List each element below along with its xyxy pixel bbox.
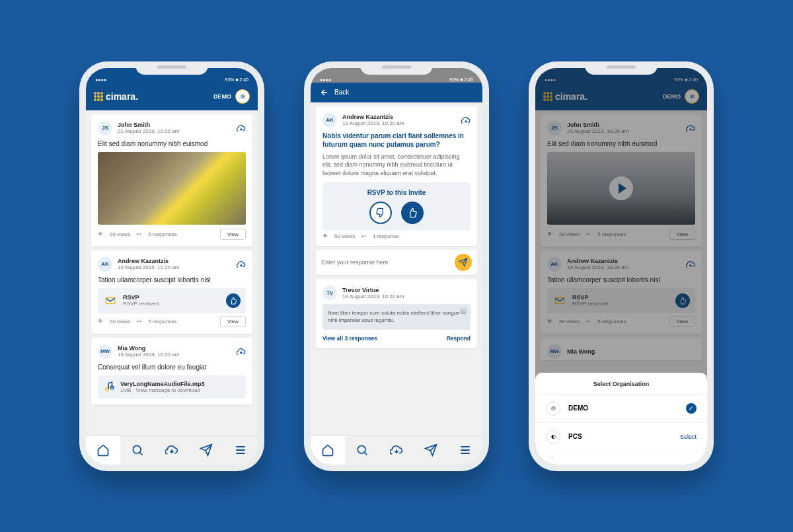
cloud-download-icon[interactable] — [237, 124, 246, 133]
file-name: VeryLongNameAudioFile.mp3 — [120, 381, 205, 387]
eye-icon: 👁 — [98, 231, 103, 237]
org-name: PCS — [568, 433, 672, 440]
bottom-nav — [311, 436, 482, 465]
file-meta: 1MB - View message to download — [120, 387, 205, 393]
org-name: DEMO — [568, 404, 678, 412]
reply-icon: ↩ — [361, 233, 366, 239]
post-card[interactable]: AK Andrew Kazantzis 19 August 2019, 10:2… — [91, 250, 252, 334]
rsvp-no-button[interactable] — [369, 202, 392, 224]
response-text: Nam liber tempor cum soluta nobis eleife… — [322, 304, 471, 329]
org-row[interactable]: ◎ DEMO ✓ — [535, 394, 707, 422]
logo-icon — [94, 92, 103, 101]
avatar-initials: AK — [98, 257, 112, 272]
phone-org-select: ●●●●93% ■ 2:40 cimara. DEMO ◎ JS John Sm… — [529, 61, 714, 471]
post-date: 21 August 2019, 10:20 am — [118, 128, 231, 134]
org-row[interactable]: ○ — [535, 451, 707, 465]
notch — [585, 61, 658, 75]
post-date: 19 August 2019, 10:20 am — [342, 120, 456, 126]
nav-send[interactable] — [414, 436, 448, 465]
avatar-initials: JS — [98, 121, 112, 135]
reply-icon: ↩ — [137, 231, 141, 237]
responses-count: 5 responses — [148, 231, 177, 237]
arrow-left-icon — [320, 88, 329, 97]
check-icon: ✓ — [686, 403, 697, 414]
nav-home[interactable] — [311, 436, 345, 465]
eye-icon: 👁 — [322, 233, 328, 239]
svg-point-4 — [358, 445, 365, 453]
notch — [360, 61, 433, 75]
cloud-download-icon[interactable] — [461, 116, 471, 125]
post-image[interactable] — [98, 152, 246, 225]
views-count: 60 views — [110, 319, 130, 324]
nav-cloud[interactable] — [379, 436, 414, 465]
app-header: cimara. DEMO ◎ — [86, 83, 258, 110]
view-button[interactable]: View — [220, 229, 246, 240]
response-card: TV Trevor Virtue 19 August 2019, 10:20 a… — [316, 279, 477, 348]
nav-menu[interactable] — [448, 436, 482, 465]
post-card[interactable]: MW Mia Wong 19 August 2019, 10:20 am Con… — [91, 338, 252, 405]
cloud-download-icon[interactable] — [237, 260, 246, 269]
select-link[interactable]: Select — [680, 434, 697, 440]
edit-icon[interactable] — [460, 308, 467, 315]
org-row[interactable]: ◐ PCS Select — [535, 422, 707, 451]
svg-point-3 — [133, 445, 141, 453]
rsvp-label: RSVP — [123, 294, 221, 301]
rsvp-status: RSVP received — [123, 301, 221, 307]
responses-count: 5 responses — [148, 319, 177, 324]
file-attachment[interactable]: VeryLongNameAudioFile.mp3 1MB - View mes… — [98, 375, 246, 399]
rsvp-panel-title: RSVP to this Invite — [329, 189, 464, 196]
view-all-link[interactable]: View all 3 responses — [322, 335, 377, 342]
respond-link[interactable]: Respond — [447, 335, 471, 342]
nav-cloud[interactable] — [155, 436, 189, 465]
notch — [135, 61, 208, 75]
thumbs-down-icon — [375, 208, 386, 218]
org-sheet: Select Organisation ◎ DEMO ✓ ◐ PCS Selec… — [535, 373, 707, 465]
author-name: Andrew Kazantzis — [342, 114, 456, 120]
nav-search[interactable] — [120, 436, 155, 465]
response-input-row — [316, 250, 477, 275]
brand-logo: cimara. — [94, 91, 138, 102]
sheet-title: Select Organisation — [535, 381, 707, 394]
author-name: Mia Wong — [118, 345, 231, 352]
reply-icon: ↩ — [137, 319, 141, 324]
rsvp-box: RSVP RSVP received — [98, 288, 246, 313]
avatar-initials: AK — [322, 113, 337, 128]
rsvp-panel: RSVP to this Invite — [322, 182, 471, 231]
phone-detail: ●●●●93% ■ 2:40 Back AK Andrew Kazantzis … — [304, 61, 489, 471]
avatar-icon: ◎ — [235, 89, 250, 104]
send-icon — [459, 258, 468, 267]
send-button[interactable] — [455, 254, 472, 271]
post-card[interactable]: JS John Smith 21 August 2019, 10:20 am E… — [91, 114, 252, 247]
nav-menu[interactable] — [223, 436, 258, 465]
nav-send[interactable] — [189, 436, 223, 465]
nav-search[interactable] — [345, 436, 379, 465]
nav-home[interactable] — [86, 436, 120, 465]
post-date: 19 August 2019, 10:20 am — [118, 352, 231, 358]
avatar-initials: TV — [322, 285, 337, 300]
post-body: Lorem ipsum dolor sit amet, consectetuer… — [322, 153, 471, 178]
view-button[interactable]: View — [220, 316, 246, 327]
post-title: Elit sed diam nonummy nibh euismod — [98, 139, 246, 148]
thumbs-up-icon — [407, 208, 418, 218]
post-card: AK Andrew Kazantzis 19 August 2019, 10:2… — [316, 106, 477, 247]
rsvp-yes-button[interactable] — [401, 202, 424, 224]
eye-icon: 👁 — [98, 319, 103, 324]
org-badge[interactable]: DEMO ◎ — [213, 89, 250, 104]
phone-feed: ●●●●93% ■ 2:40 cimara. DEMO ◎ JS John Sm… — [79, 61, 264, 471]
post-date: 19 August 2019, 10:20 am — [342, 293, 471, 299]
envelope-icon — [103, 293, 118, 308]
cloud-download-icon[interactable] — [237, 347, 246, 356]
audio-file-icon — [103, 381, 115, 393]
post-title: Consequat vel illum dolore eu feugiat — [98, 363, 246, 371]
post-date: 19 August 2019, 10:20 am — [118, 264, 231, 270]
org-avatar-icon: ○ — [546, 451, 560, 465]
org-avatar-icon: ◐ — [546, 430, 560, 444]
response-input[interactable] — [321, 259, 455, 266]
author-name: Andrew Kazantzis — [118, 258, 231, 264]
back-button[interactable]: Back — [311, 83, 482, 102]
post-title: Tation ullamcorper suscipit lobortis nis… — [98, 276, 246, 284]
thumbs-up-icon[interactable] — [226, 293, 241, 308]
views-count: 60 views — [110, 231, 130, 237]
views-count: 60 views — [334, 233, 355, 239]
author-name: John Smith — [118, 122, 231, 128]
